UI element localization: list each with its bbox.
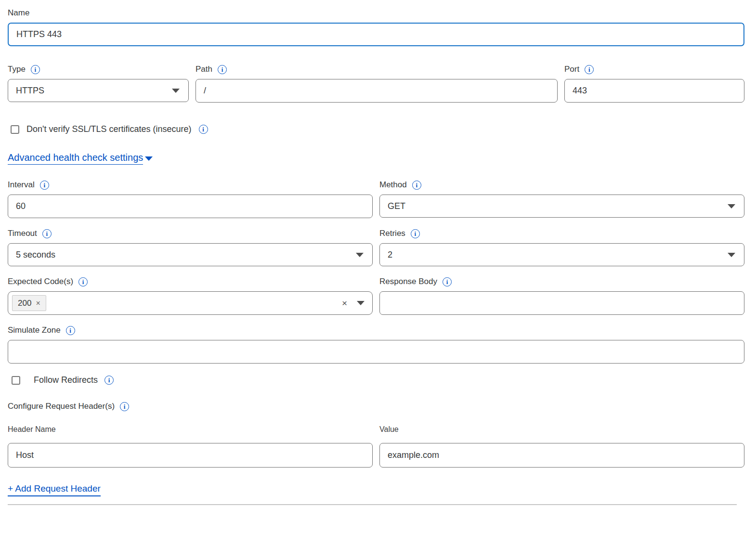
type-label-text: Type <box>8 64 26 75</box>
header-value-label: Value <box>379 424 744 435</box>
path-label-text: Path <box>196 64 212 75</box>
retries-selected-value: 2 <box>388 250 392 260</box>
timeout-field-group: Timeout i 5 seconds <box>8 228 373 266</box>
name-input[interactable] <box>8 23 744 46</box>
name-label: Name <box>8 8 744 18</box>
health-check-form: Name Type i HTTPS Path i Port i <box>0 0 756 505</box>
expected-codes-field-group: Expected Code(s) i 200 × × <box>8 276 373 315</box>
method-selected-value: GET <box>388 201 405 211</box>
simulate-zone-label: Simulate Zone i <box>8 325 744 336</box>
advanced-settings-row: Advanced health check settings <box>8 152 744 165</box>
request-headers-section-label: Configure Request Header(s) i <box>8 401 744 412</box>
advanced-settings-link-text: Advanced health check settings <box>8 152 143 165</box>
header-name-label-text: Header Name <box>8 424 56 435</box>
follow-redirects-info-icon[interactable]: i <box>104 376 114 385</box>
chevron-down-icon <box>356 253 364 257</box>
remove-tag-icon[interactable]: × <box>36 299 40 308</box>
chevron-down-icon <box>357 301 365 305</box>
timeout-selected-value: 5 seconds <box>16 250 55 260</box>
type-field-group: Type i HTTPS <box>8 64 189 103</box>
retries-info-icon[interactable]: i <box>411 229 420 238</box>
follow-redirects-row: Follow Redirects i <box>8 375 744 385</box>
type-label: Type i <box>8 64 189 75</box>
expected-code-tag-text: 200 <box>18 299 31 308</box>
type-selected-value: HTTPS <box>16 86 44 96</box>
header-name-input[interactable] <box>8 443 373 468</box>
header-value-label-text: Value <box>379 424 399 435</box>
method-field-group: Method i GET <box>379 180 744 218</box>
interval-field-group: Interval i <box>8 180 373 218</box>
add-request-header-row: + Add Request Header <box>8 483 744 496</box>
simulate-zone-input[interactable] <box>8 340 744 364</box>
interval-info-icon[interactable]: i <box>40 181 49 190</box>
retries-field-group: Retries i 2 <box>379 228 744 266</box>
response-body-input[interactable] <box>379 291 744 315</box>
simulate-zone-field-group: Simulate Zone i <box>8 325 744 364</box>
type-select[interactable]: HTTPS <box>8 79 189 102</box>
expected-codes-multiselect[interactable]: 200 × × <box>8 291 373 315</box>
request-headers-info-icon[interactable]: i <box>120 402 129 411</box>
header-value-field-group: Value <box>379 424 744 468</box>
section-divider <box>8 504 737 505</box>
follow-redirects-checkbox[interactable] <box>12 376 20 385</box>
method-info-icon[interactable]: i <box>412 181 421 190</box>
response-body-label-text: Response Body <box>379 276 437 287</box>
simulate-zone-label-text: Simulate Zone <box>8 325 61 336</box>
chevron-down-icon <box>728 204 735 208</box>
request-headers-section-label-text: Configure Request Header(s) <box>8 401 115 412</box>
path-label: Path i <box>196 64 558 75</box>
response-body-info-icon[interactable]: i <box>443 277 452 286</box>
verify-ssl-checkbox[interactable] <box>11 125 19 134</box>
path-info-icon[interactable]: i <box>218 65 227 74</box>
port-label-text: Port <box>564 64 579 75</box>
retries-label-text: Retries <box>379 228 405 239</box>
timeout-label: Timeout i <box>8 228 373 239</box>
interval-label-text: Interval <box>8 180 35 190</box>
expected-code-tag: 200 × <box>12 295 46 311</box>
add-request-header-link[interactable]: + Add Request Header <box>8 483 101 496</box>
header-name-field-group: Header Name <box>8 424 373 468</box>
advanced-settings-link[interactable]: Advanced health check settings <box>8 152 153 165</box>
timeout-select[interactable]: 5 seconds <box>8 243 373 266</box>
follow-redirects-label: Follow Redirects <box>34 375 98 385</box>
header-value-input[interactable] <box>379 443 744 468</box>
retries-select[interactable]: 2 <box>379 243 744 266</box>
response-body-field-group: Response Body i <box>379 276 744 315</box>
expected-codes-label: Expected Code(s) i <box>8 276 373 287</box>
interval-input[interactable] <box>8 195 373 218</box>
clear-all-icon[interactable]: × <box>342 298 347 309</box>
name-label-text: Name <box>8 8 29 18</box>
method-label: Method i <box>379 180 744 190</box>
port-input[interactable] <box>564 79 744 103</box>
name-field-group: Name <box>8 8 744 46</box>
triangle-down-icon <box>145 156 153 161</box>
port-field-group: Port i <box>564 64 744 103</box>
advanced-fields-grid: Interval i Method i GET Timeout i 5 seco… <box>8 180 744 325</box>
chevron-down-icon <box>172 89 180 93</box>
verify-ssl-checkbox-row: Don't verify SSL/TLS certificates (insec… <box>8 124 744 134</box>
method-label-text: Method <box>379 180 407 190</box>
verify-ssl-label: Don't verify SSL/TLS certificates (insec… <box>26 124 192 134</box>
method-select[interactable]: GET <box>379 195 744 218</box>
path-field-group: Path i <box>196 64 558 103</box>
interval-label: Interval i <box>8 180 373 190</box>
port-info-icon[interactable]: i <box>585 65 594 74</box>
request-header-row: Header Name Value <box>8 424 744 468</box>
chevron-down-icon <box>728 253 735 257</box>
response-body-label: Response Body i <box>379 276 744 287</box>
type-info-icon[interactable]: i <box>31 65 40 74</box>
expected-codes-label-text: Expected Code(s) <box>8 276 73 287</box>
header-name-label: Header Name <box>8 424 373 435</box>
type-path-port-row: Type i HTTPS Path i Port i <box>8 64 744 103</box>
expected-codes-info-icon[interactable]: i <box>78 277 88 286</box>
verify-ssl-info-icon[interactable]: i <box>199 125 208 134</box>
add-request-header-link-text: + Add Request Header <box>8 483 101 496</box>
retries-label: Retries i <box>379 228 744 239</box>
port-label: Port i <box>564 64 744 75</box>
path-input[interactable] <box>196 79 558 103</box>
timeout-info-icon[interactable]: i <box>42 229 52 238</box>
simulate-zone-info-icon[interactable]: i <box>66 326 75 335</box>
timeout-label-text: Timeout <box>8 228 37 239</box>
